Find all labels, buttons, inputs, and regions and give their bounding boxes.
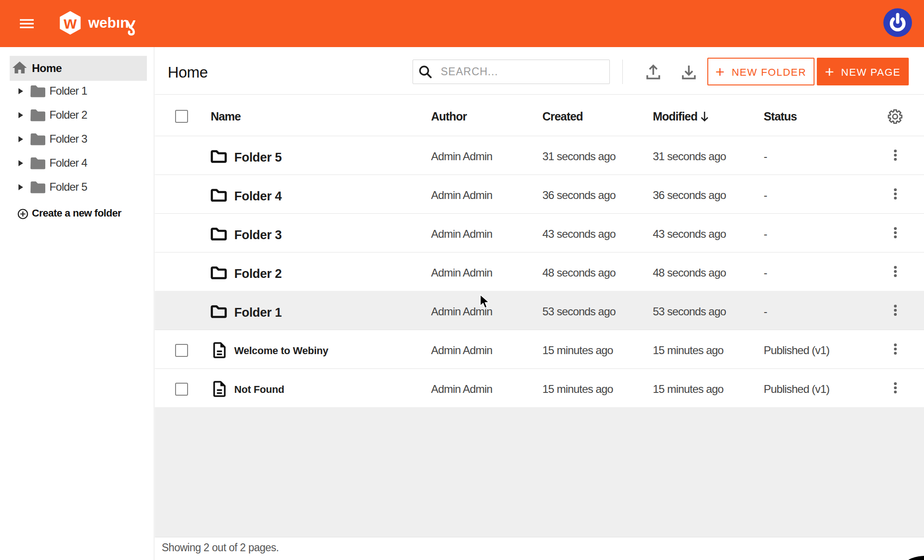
svg-text:w: w xyxy=(63,13,77,32)
